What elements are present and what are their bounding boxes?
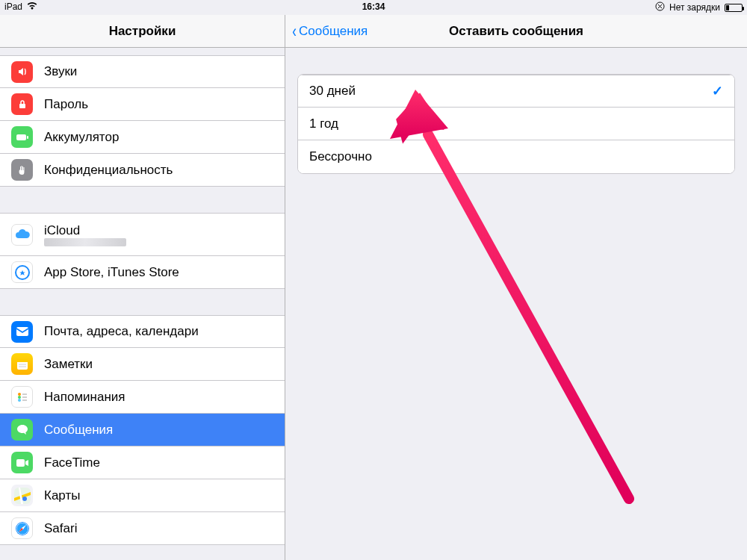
row-label: FaceTime — [44, 455, 273, 470]
settings-sidebar: Настройки Звуки Пароль Аккумулятор — [0, 15, 285, 560]
svg-rect-2 — [16, 134, 26, 140]
svg-point-12 — [18, 399, 21, 402]
row-label: iCloud — [44, 223, 126, 238]
safari-icon — [11, 517, 33, 539]
row-label: App Store, iTunes Store — [44, 265, 273, 280]
row-label: Safari — [44, 521, 273, 536]
not-charging-icon — [655, 1, 665, 13]
row-label: Напоминания — [44, 390, 273, 405]
maps-icon — [11, 485, 33, 506]
back-button[interactable]: ‹ Сообщения — [285, 22, 368, 40]
row-label: Аккумулятор — [44, 130, 273, 145]
row-label: Звуки — [44, 64, 273, 79]
check-icon: ✓ — [712, 83, 723, 99]
clock: 16:34 — [0, 1, 747, 12]
option-label: Бессрочно — [309, 149, 723, 164]
option-30-days[interactable]: 30 дней ✓ — [298, 75, 734, 108]
sidebar-item-mail[interactable]: Почта, адреса, календари — [0, 315, 285, 348]
option-1-year[interactable]: 1 год — [298, 108, 734, 140]
option-label: 1 год — [309, 116, 723, 131]
sidebar-item-messages[interactable]: Сообщения — [0, 414, 285, 447]
hand-icon — [11, 159, 33, 181]
row-label: Конфиденциальность — [44, 163, 273, 178]
svg-rect-16 — [16, 459, 25, 467]
sidebar-header: Настройки — [0, 15, 285, 48]
svg-point-18 — [22, 497, 27, 501]
row-label: Сообщения — [44, 423, 273, 438]
row-label: Пароль — [44, 97, 273, 112]
mail-icon — [11, 321, 33, 343]
chevron-left-icon: ‹ — [292, 22, 297, 40]
sidebar-item-passcode[interactable]: Пароль — [0, 88, 285, 121]
battery-icon — [11, 126, 33, 148]
cloud-icon — [11, 224, 33, 246]
sidebar-title: Настройки — [109, 24, 176, 39]
sidebar-item-icloud[interactable]: iCloud — [0, 213, 285, 256]
svg-point-11 — [18, 396, 21, 399]
keep-messages-options: 30 дней ✓ 1 год Бессрочно — [297, 74, 735, 174]
messages-icon — [11, 419, 33, 441]
svg-rect-1 — [19, 104, 25, 108]
sidebar-item-sounds[interactable]: Звуки — [0, 55, 285, 88]
back-label: Сообщения — [299, 24, 368, 39]
sidebar-item-notes[interactable]: Заметки — [0, 348, 285, 381]
reminders-icon — [11, 386, 33, 408]
battery-icon — [725, 4, 743, 12]
status-bar: iPad 16:34 Нет зарядки — [0, 0, 747, 15]
lock-icon — [11, 93, 33, 115]
sidebar-item-privacy[interactable]: Конфиденциальность — [0, 154, 285, 187]
detail-navbar: ‹ Сообщения Оставить сообщения — [285, 15, 747, 48]
option-label: 30 дней — [309, 84, 712, 99]
notes-icon — [11, 353, 33, 375]
sidebar-item-facetime[interactable]: FaceTime — [0, 447, 285, 479]
row-label: Заметки — [44, 357, 273, 372]
option-forever[interactable]: Бессрочно — [298, 140, 734, 173]
sidebar-item-store[interactable]: App Store, iTunes Store — [0, 256, 285, 289]
row-label: Почта, адреса, календари — [44, 324, 273, 339]
sidebar-item-safari[interactable]: Safari — [0, 512, 285, 545]
svg-rect-3 — [27, 136, 28, 139]
charge-label: Нет зарядки — [669, 2, 720, 13]
facetime-icon — [11, 452, 33, 473]
row-label: Карты — [44, 488, 273, 503]
icloud-sub — [44, 238, 126, 246]
appstore-icon — [11, 261, 33, 283]
sidebar-item-maps[interactable]: Карты — [0, 479, 285, 512]
detail-pane: ‹ Сообщения Оставить сообщения 30 дней ✓… — [285, 15, 747, 560]
svg-rect-7 — [17, 359, 28, 362]
svg-point-10 — [18, 393, 21, 396]
svg-rect-5 — [16, 327, 28, 336]
sidebar-item-reminders[interactable]: Напоминания — [0, 381, 285, 414]
sounds-icon — [11, 61, 33, 83]
sidebar-item-battery[interactable]: Аккумулятор — [0, 121, 285, 154]
